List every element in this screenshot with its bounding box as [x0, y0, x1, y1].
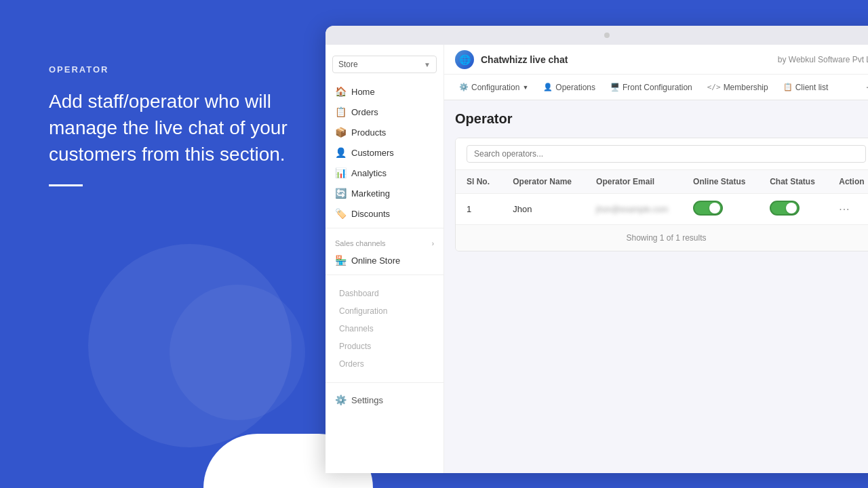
tab-client-list[interactable]: 📋 Client list	[776, 79, 835, 96]
configuration-tab-icon: ⚙️	[459, 83, 469, 92]
nav-tabs: ⚙️ Configuration ▼ 👤 Operations 🖥️ Front…	[444, 75, 868, 100]
marketing-icon: 🔄	[335, 188, 346, 199]
sidebar-divider	[326, 228, 443, 228]
operations-tab-icon: 👤	[543, 83, 553, 92]
store-arrow-icon: ▼	[424, 61, 431, 68]
discounts-icon: 🏷️	[335, 208, 346, 219]
col-operator-email: Operator Email	[585, 170, 682, 194]
cell-operator-name: Jhon	[502, 194, 585, 225]
table-header-row: Sl No. Operator Name Operator Email Onli…	[456, 170, 868, 194]
browser-body: Store ▼ 🏠 Home 📋 Orders 📦 Products 👤 Cus…	[326, 45, 868, 473]
sales-channels-expand-icon: ›	[432, 240, 434, 247]
sidebar: Store ▼ 🏠 Home 📋 Orders 📦 Products 👤 Cus…	[326, 45, 444, 473]
sidebar-home-label: Home	[351, 87, 375, 97]
tab-membership[interactable]: </> Membership	[701, 79, 775, 96]
home-icon: 🏠	[335, 86, 346, 97]
chat-status-toggle[interactable]	[770, 201, 800, 216]
topbar: 🌐 Chatwhizz live chat by Webkul Software…	[444, 45, 868, 75]
email-blurred: jhon@example.com	[596, 205, 668, 214]
cell-chat-status	[759, 194, 828, 225]
sidebar-item-products[interactable]: 📦 Products	[326, 122, 443, 142]
orders-icon: 📋	[335, 106, 346, 117]
client-list-tab-label: Client list	[795, 83, 829, 92]
tab-configuration[interactable]: ⚙️ Configuration ▼	[452, 79, 535, 96]
sidebar-settings-label: Settings	[351, 395, 383, 405]
sidebar-item-discounts[interactable]: 🏷️ Discounts	[326, 203, 443, 224]
online-status-toggle[interactable]	[693, 201, 723, 216]
col-operator-name: Operator Name	[502, 170, 585, 194]
col-sl-no: Sl No.	[456, 170, 502, 194]
secondary-nav: Dashboard Configuration Channels Product…	[326, 279, 443, 378]
operator-table: Sl No. Operator Name Operator Email Onli…	[456, 170, 868, 224]
secondary-nav-channels[interactable]: Channels	[326, 320, 443, 338]
sidebar-item-home[interactable]: 🏠 Home	[326, 81, 443, 102]
cell-operator-email: jhon@example.com	[585, 194, 682, 225]
app-logo-text: 🌐	[459, 54, 471, 65]
membership-tab-label: Membership	[724, 83, 768, 92]
toggle-knob-2	[786, 203, 797, 214]
membership-tab-icon: </>	[707, 83, 721, 92]
left-panel: OPERATOR Add staff/operator who will man…	[0, 0, 332, 488]
sidebar-item-customers[interactable]: 👤 Customers	[326, 142, 443, 163]
cell-action: ···	[828, 194, 868, 225]
browser-dot	[604, 33, 610, 38]
customers-icon: 👤	[335, 147, 346, 158]
table-footer: Showing 1 of 1 results	[456, 224, 868, 251]
operator-description: Add staff/operator who will manage the l…	[49, 88, 293, 168]
sidebar-marketing-label: Marketing	[351, 188, 390, 199]
page-title: Operator	[455, 111, 868, 127]
configuration-tab-label: Configuration	[471, 83, 519, 92]
sidebar-orders-label: Orders	[351, 107, 378, 117]
browser-chrome	[326, 26, 868, 45]
topbar-brand: by Webkul Software Pvt Ltd	[778, 55, 868, 64]
sales-channels-section: Sales channels ›	[326, 232, 443, 250]
topbar-left: 🌐 Chatwhizz live chat	[455, 50, 568, 69]
sidebar-analytics-label: Analytics	[351, 168, 387, 178]
operator-table-container: Sl No. Operator Name Operator Email Onli…	[455, 138, 868, 251]
secondary-nav-orders[interactable]: Orders	[326, 355, 443, 373]
browser-window: Store ▼ 🏠 Home 📋 Orders 📦 Products 👤 Cus…	[326, 26, 868, 473]
sidebar-item-analytics[interactable]: 📊 Analytics	[326, 163, 443, 183]
front-config-tab-icon: 🖥️	[610, 83, 620, 92]
toggle-knob	[709, 203, 720, 214]
left-content: OPERATOR Add staff/operator who will man…	[49, 64, 293, 186]
store-label: Store	[338, 60, 358, 69]
products-icon: 📦	[335, 127, 346, 138]
online-store-icon: 🏪	[335, 255, 346, 266]
operations-tab-label: Operations	[555, 83, 595, 92]
settings-icon: ⚙️	[335, 394, 346, 405]
store-selector[interactable]: Store ▼	[332, 56, 437, 73]
sidebar-customers-label: Customers	[351, 148, 394, 158]
sales-channels-label: Sales channels	[335, 239, 386, 247]
sidebar-products-label: Products	[351, 127, 386, 138]
action-menu-button[interactable]: ···	[839, 203, 850, 215]
operator-label: OPERATOR	[49, 64, 293, 75]
bg-circle-2	[170, 285, 305, 420]
sidebar-divider-2	[326, 274, 443, 275]
analytics-icon: 📊	[335, 167, 346, 178]
tab-operations[interactable]: 👤 Operations	[536, 79, 602, 96]
col-chat-status: Chat Status	[759, 170, 828, 194]
cell-online-status	[682, 194, 759, 225]
tab-front-configuration[interactable]: 🖥️ Front Configuration	[604, 79, 699, 96]
secondary-nav-products[interactable]: Products	[326, 338, 443, 355]
tabs-more-button[interactable]: ···	[861, 79, 868, 96]
secondary-nav-dashboard[interactable]: Dashboard	[326, 285, 443, 302]
sidebar-discounts-label: Discounts	[351, 209, 390, 219]
sidebar-item-marketing[interactable]: 🔄 Marketing	[326, 183, 443, 203]
client-list-tab-icon: 📋	[783, 83, 793, 92]
app-logo: 🌐	[455, 50, 474, 69]
col-online-status: Online Status	[682, 170, 759, 194]
sidebar-item-settings[interactable]: ⚙️ Settings	[326, 390, 443, 410]
front-config-tab-label: Front Configuration	[623, 83, 692, 92]
configuration-dropdown-icon: ▼	[522, 84, 528, 91]
sidebar-online-store-label: Online Store	[351, 256, 400, 266]
secondary-nav-configuration[interactable]: Configuration	[326, 302, 443, 320]
sidebar-item-orders[interactable]: 📋 Orders	[326, 102, 443, 122]
main-content: 🌐 Chatwhizz live chat by Webkul Software…	[444, 45, 868, 473]
sidebar-divider-3	[326, 382, 443, 383]
sidebar-item-online-store[interactable]: 🏪 Online Store	[326, 250, 443, 270]
cell-sl-no: 1	[456, 194, 502, 225]
page-content: Operator Sl No. Operator Name Operator E…	[444, 100, 868, 473]
search-input[interactable]	[467, 145, 866, 163]
